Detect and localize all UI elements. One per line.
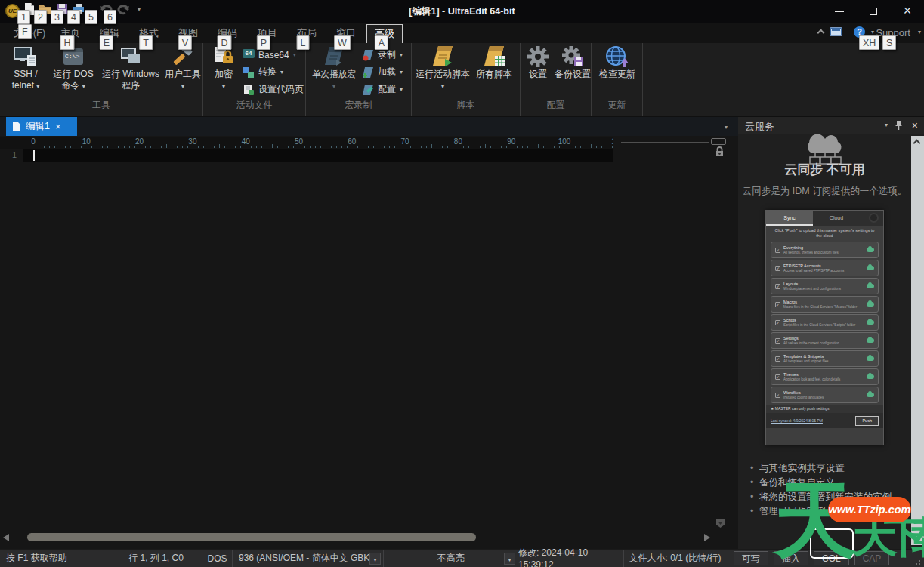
preview-last-synced: Last synced: 4/9/2024 8:05 PM bbox=[771, 418, 823, 423]
status-encoding[interactable]: 936 (ANSI/OEM - 简体中文 GBK) bbox=[232, 550, 383, 567]
keytip-5: 5 bbox=[85, 10, 97, 24]
horizontal-scrollbar[interactable] bbox=[0, 532, 713, 544]
caps-indicator: CAP bbox=[854, 551, 890, 565]
insert-mode-toggle[interactable]: 插入 bbox=[774, 551, 808, 565]
highlight-dropdown[interactable] bbox=[504, 553, 515, 565]
editor-area[interactable]: 0102030405060708090100110 1 bbox=[0, 136, 738, 549]
minimize-button[interactable] bbox=[823, 0, 856, 23]
run-active-script-button[interactable]: 运行活动脚本 bbox=[415, 45, 471, 100]
thumb-item: EverythingAll settings, themes and custo… bbox=[771, 242, 879, 258]
backup-settings-button[interactable]: 备份设置 bbox=[554, 45, 592, 100]
scroll-right-arrow[interactable] bbox=[704, 534, 710, 541]
pin-icon[interactable] bbox=[895, 120, 903, 134]
status-cursor-position[interactable]: 行 1, 列 1, C0 bbox=[110, 550, 202, 567]
scroll-lock-icon bbox=[715, 146, 725, 160]
scroll-down-icon[interactable] bbox=[913, 533, 921, 541]
file-icon bbox=[12, 122, 20, 131]
document-tab-bar: 编辑1 bbox=[0, 117, 738, 136]
writable-toggle[interactable]: 可写 bbox=[734, 551, 768, 565]
keytip-L: L bbox=[297, 35, 310, 50]
thumb-item: LayoutsWindow placement and configuratio… bbox=[771, 278, 879, 294]
encrypt-button[interactable]: 加密 bbox=[208, 45, 239, 100]
bookmark-shield-icon bbox=[715, 518, 725, 532]
status-highlight-mode[interactable]: 不高亮 bbox=[383, 550, 518, 567]
ribbon-group-tools: SSH / telnet 运行 DOS 命令 运行 Windows 程序 用户工… bbox=[0, 43, 203, 116]
cloud-sync-description: 云同步是为 IDM 订阅提供的一个选项。 bbox=[738, 185, 911, 198]
run-dos-button[interactable]: 运行 DOS 命令 bbox=[50, 45, 97, 100]
terminal-monitor-icon bbox=[3, 45, 48, 69]
preview-tab-cloud: Cloud bbox=[813, 211, 860, 226]
gear-backup-icon bbox=[554, 45, 592, 69]
codepage-icon bbox=[243, 84, 255, 96]
line-number: 1 bbox=[12, 150, 17, 159]
resize-grip[interactable] bbox=[915, 558, 922, 565]
status-line-ending[interactable]: DOS bbox=[202, 550, 232, 567]
keyboard-icon[interactable] bbox=[830, 27, 842, 36]
panel-close-icon[interactable] bbox=[912, 119, 918, 132]
ribbon-group-active-file: 加密 Base64 转换 设置代码页 活动文件 bbox=[203, 43, 306, 116]
status-bar: 按 F1 获取帮助 行 1, 列 1, C0 DOS 936 (ANSI/OEM… bbox=[0, 549, 924, 567]
thumb-item: FTP/SFTP AccountsAccess to all saved FTP… bbox=[771, 260, 879, 276]
ruler-extension-line bbox=[621, 142, 709, 143]
thumb-item: WordfilesInstalled coding languages bbox=[771, 387, 879, 403]
hscroll-thumb[interactable] bbox=[27, 533, 476, 541]
scroll-left-arrow[interactable] bbox=[3, 534, 9, 541]
load-icon bbox=[362, 66, 374, 79]
title-bar: [编辑1] - UltraEdit 64-bit bbox=[0, 0, 924, 23]
keytip-6: 6 bbox=[104, 10, 116, 24]
panel-title: 云服务 bbox=[745, 120, 774, 134]
panel-menu-dropdown[interactable] bbox=[885, 122, 888, 128]
preview-tabs: Sync Cloud bbox=[766, 211, 883, 226]
load-macro-button[interactable]: 加载 bbox=[362, 63, 403, 81]
maximize-button[interactable] bbox=[857, 0, 890, 23]
tab-close-icon[interactable] bbox=[55, 121, 61, 132]
user-tools-button[interactable]: 用户工具 bbox=[165, 45, 201, 100]
ultraedit-window: [编辑1] - UltraEdit 64-bit 文件(F)主页编辑格式视图编码… bbox=[0, 0, 924, 567]
col-mode-toggle[interactable]: COL bbox=[814, 551, 849, 565]
group-label-active-file: 活动文件 bbox=[203, 99, 305, 112]
support-dropdown-icon[interactable] bbox=[918, 29, 921, 35]
ruler: 0102030405060708090100110 bbox=[0, 137, 613, 149]
set-codepage-button[interactable]: 设置代码页 bbox=[243, 81, 304, 98]
scroll-up-icon[interactable] bbox=[913, 140, 921, 147]
keytip-A: A bbox=[375, 35, 388, 50]
close-button[interactable] bbox=[891, 0, 924, 23]
help-dropdown-icon[interactable] bbox=[871, 29, 874, 35]
all-scripts-icon bbox=[471, 45, 518, 69]
keytip-S: S bbox=[882, 35, 896, 50]
thumb-item: ThemesApplication look and feel, color d… bbox=[771, 368, 879, 385]
keytip-1: 1 bbox=[17, 10, 30, 24]
preview-gear-icon bbox=[870, 214, 877, 221]
all-scripts-button[interactable]: 所有脚本 bbox=[471, 45, 518, 100]
record-icon bbox=[362, 49, 374, 61]
convert-button[interactable]: 转换 bbox=[243, 63, 304, 81]
base64-icon bbox=[243, 49, 255, 61]
ribbon-group-config: 设置 备份设置 配置 bbox=[521, 43, 592, 116]
preview-caption: Click "Push" to upload this master syste… bbox=[766, 226, 883, 240]
group-label-macro: 宏录制 bbox=[306, 99, 411, 112]
configure-icon bbox=[362, 84, 374, 96]
group-label-config: 配置 bbox=[521, 99, 591, 112]
run-script-icon bbox=[415, 45, 471, 69]
encoding-dropdown[interactable] bbox=[369, 553, 381, 565]
ribbon-group-macro: 单次播放宏 录制 加载 配置 宏录 bbox=[306, 43, 412, 116]
configure-macro-button[interactable]: 配置 bbox=[362, 81, 403, 98]
status-modified-time: 修改: 2024-04-10 15:39:12 bbox=[518, 550, 623, 567]
keytip-XH: XH bbox=[859, 35, 879, 50]
ssh-telnet-button[interactable]: SSH / telnet bbox=[3, 45, 48, 100]
feature-bullet: 将您的设置部署到新安装的实例 bbox=[749, 490, 909, 504]
ribbon: SSH / telnet 运行 DOS 命令 运行 Windows 程序 用户工… bbox=[0, 43, 924, 117]
cloud-sync-heading: 云同步 不可用 bbox=[738, 161, 911, 178]
settings-button[interactable]: 设置 bbox=[522, 45, 554, 100]
keytip-V: V bbox=[178, 35, 192, 50]
preview-tab-sync: Sync bbox=[766, 211, 813, 226]
preview-footer-note: ★ MASTER can only push settings bbox=[766, 405, 883, 413]
vscroll-thumb[interactable] bbox=[711, 138, 726, 145]
feature-bullet: 备份和恢复自定义 bbox=[749, 476, 909, 490]
panel-scrollbar[interactable] bbox=[911, 136, 924, 545]
thumb-item: Templates & SnippetsAll templates and sn… bbox=[771, 350, 879, 367]
check-updates-button[interactable]: 检查更新 bbox=[595, 45, 640, 100]
document-tab-edit1[interactable]: 编辑1 bbox=[6, 117, 77, 136]
tab-list-dropdown[interactable] bbox=[725, 124, 728, 131]
run-windows-program-button[interactable]: 运行 Windows 程序 bbox=[98, 45, 163, 100]
